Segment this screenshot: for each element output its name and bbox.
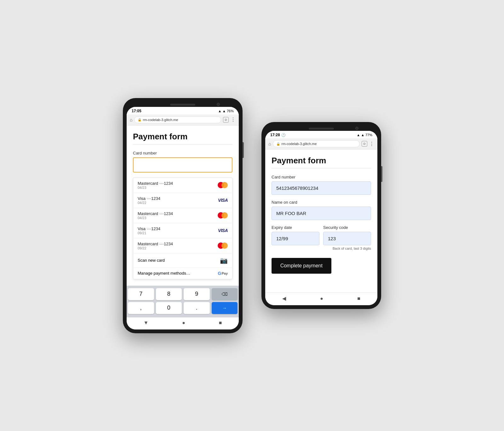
keyboard-row-1: 7 8 9 ⌫ (128, 288, 238, 300)
autocomplete-item-0[interactable]: Mastercard ····1234 04/23 (133, 178, 232, 193)
battery-icon-right: 77% (365, 133, 372, 137)
autocomplete-item-2[interactable]: Mastercard ····1234 04/23 (133, 208, 232, 223)
page-content-right: Payment form Card number 541234567890123… (265, 149, 377, 280)
status-bar-right: 17:28 🕐 ▲ ▲ 77% (265, 131, 377, 138)
clock-icon-right: 🕐 (281, 133, 286, 137)
nav-recents-icon-left[interactable]: ■ (219, 320, 222, 326)
key-period[interactable]: . (184, 302, 210, 314)
signal-icon-left: ▲ (222, 109, 226, 113)
notch-left (127, 102, 239, 107)
expiry-col: Expiry date 12/99 (272, 225, 319, 250)
security-hint-right: Back of card, last 3 digits (323, 247, 371, 250)
visa-icon-1: VISA (218, 198, 228, 203)
title-divider-right (272, 168, 371, 168)
speaker-right (309, 128, 334, 130)
visa-icon-3: VISA (218, 228, 228, 233)
lock-icon-right: 🔒 (276, 142, 280, 146)
keyboard-row-2: , 0 . → (128, 302, 238, 314)
phone-right: 17:28 🕐 ▲ ▲ 77% ⌂ 🔒 rm-codelab-3.glitch.… (261, 122, 381, 309)
expiry-security-row: Expiry date 12/99 Security code 123 Back… (272, 225, 371, 250)
page-title-right: Payment form (272, 156, 371, 166)
autocomplete-item-3[interactable]: Visa ····1234 09/21 VISA (133, 223, 232, 238)
tab-icon-left[interactable]: D (223, 117, 229, 123)
screen-left: 17:05 ▲ ▲ 76% ⌂ 🔒 rm-codelab-3.glitch.me… (127, 107, 239, 329)
tab-icon-right[interactable]: D (362, 141, 367, 147)
screen-right: 17:28 🕐 ▲ ▲ 77% ⌂ 🔒 rm-codelab-3.glitch.… (265, 131, 377, 305)
status-icons-right: ▲ ▲ 77% (357, 133, 372, 137)
status-bar-left: 17:05 ▲ ▲ 76% (127, 107, 239, 114)
nav-bar-left: ▼ ● ■ (127, 317, 239, 329)
card-number-field-left: Card number (133, 151, 232, 172)
side-button-right (381, 166, 382, 182)
mastercard-icon-2 (218, 212, 228, 218)
phone-frame-right: 17:28 🕐 ▲ ▲ 77% ⌂ 🔒 rm-codelab-3.glitch.… (261, 122, 381, 309)
wifi-icon-left: ▲ (218, 109, 221, 113)
autocomplete-dropdown: Mastercard ····1234 04/23 Visa ····1234 … (133, 178, 232, 279)
name-on-card-label-right: Name on card (272, 200, 371, 205)
security-value-right[interactable]: 123 (323, 232, 371, 245)
battery-icon-left: 76% (227, 109, 234, 113)
page-content-left: Payment form Card number Mastercard ····… (127, 125, 239, 286)
nav-home-icon-left[interactable]: ● (182, 320, 185, 326)
nav-back-icon-left[interactable]: ▼ (143, 320, 148, 326)
phone-left: 17:05 ▲ ▲ 76% ⌂ 🔒 rm-codelab-3.glitch.me… (123, 98, 243, 333)
gpay-icon: GPay (218, 271, 228, 276)
key-comma[interactable]: , (128, 302, 154, 314)
signal-icon-right: ▲ (361, 133, 364, 137)
name-on-card-group-right: Name on card MR FOO BAR (272, 200, 371, 220)
mastercard-icon-4 (218, 242, 228, 249)
lock-icon-left: 🔒 (138, 118, 141, 121)
menu-icon-left[interactable]: ⋮ (231, 117, 236, 123)
manage-payment-item[interactable]: Manage payment methods… GPay (133, 268, 232, 279)
key-backspace[interactable]: ⌫ (212, 288, 238, 300)
manage-payment-label: Manage payment methods… (138, 271, 190, 276)
camera-left (217, 103, 220, 106)
expiry-label-right: Expiry date (272, 225, 319, 230)
scan-new-card-item[interactable]: Scan new card 📷 (133, 253, 232, 268)
card-number-input-left[interactable] (133, 157, 232, 172)
speaker-left (170, 104, 195, 106)
home-icon-left[interactable]: ⌂ (130, 117, 132, 122)
home-icon-right[interactable]: ⌂ (268, 141, 271, 146)
phone-frame-left: 17:05 ▲ ▲ 76% ⌂ 🔒 rm-codelab-3.glitch.me… (123, 98, 243, 333)
status-icons-left: ▲ ▲ 76% (218, 109, 234, 113)
browser-bar-right: ⌂ 🔒 rm-codelab-3.glitch.me D ⋮ (265, 138, 377, 149)
autocomplete-item-1[interactable]: Visa ····1234 04/22 VISA (133, 193, 232, 208)
key-0[interactable]: 0 (156, 302, 182, 314)
url-text-left: rm-codelab-3.glitch.me (143, 118, 178, 122)
card-number-group-right: Card number 5412345678901234 (272, 175, 371, 195)
camera-right (355, 127, 358, 130)
key-7[interactable]: 7 (128, 288, 154, 300)
url-box-left[interactable]: 🔒 rm-codelab-3.glitch.me (134, 116, 221, 123)
camera-scan-icon: 📷 (220, 257, 228, 264)
status-time-right: 17:28 (270, 133, 280, 137)
key-8[interactable]: 8 (156, 288, 182, 300)
mastercard-icon-0 (218, 182, 228, 188)
nav-back-icon-right[interactable]: ◀ (282, 295, 286, 301)
nav-home-icon-right[interactable]: ● (320, 296, 323, 301)
card-number-label-left: Card number (133, 151, 232, 155)
title-divider-left (133, 144, 232, 144)
browser-bar-left: ⌂ 🔒 rm-codelab-3.glitch.me D ⋮ (127, 114, 239, 125)
nav-bar-right: ◀ ● ■ (265, 293, 377, 305)
side-button-left (243, 142, 244, 158)
page-title-left: Payment form (133, 132, 232, 142)
security-label-right: Security code (323, 225, 371, 230)
autocomplete-item-4[interactable]: Mastercard ····1234 09/22 (133, 238, 232, 253)
nav-recents-icon-right[interactable]: ■ (357, 296, 360, 301)
url-text-right: rm-codelab-3.glitch.me (281, 142, 317, 146)
card-number-value-right[interactable]: 5412345678901234 (272, 181, 371, 195)
name-on-card-value-right[interactable]: MR FOO BAR (272, 207, 371, 220)
key-enter[interactable]: → (212, 302, 238, 314)
wifi-icon-right: ▲ (357, 133, 360, 137)
status-time-left: 17:05 (132, 109, 141, 113)
key-9[interactable]: 9 (184, 288, 210, 300)
url-box-right[interactable]: 🔒 rm-codelab-3.glitch.me (273, 140, 360, 147)
expiry-value-right[interactable]: 12/99 (272, 232, 319, 245)
keyboard-left: 7 8 9 ⌫ , 0 . → (127, 286, 239, 317)
menu-icon-right[interactable]: ⋮ (369, 141, 374, 147)
complete-payment-button[interactable]: Complete payment (272, 258, 331, 274)
scan-new-card-label: Scan new card (138, 258, 165, 263)
notch-right (265, 126, 377, 131)
card-number-label-right: Card number (272, 175, 371, 179)
